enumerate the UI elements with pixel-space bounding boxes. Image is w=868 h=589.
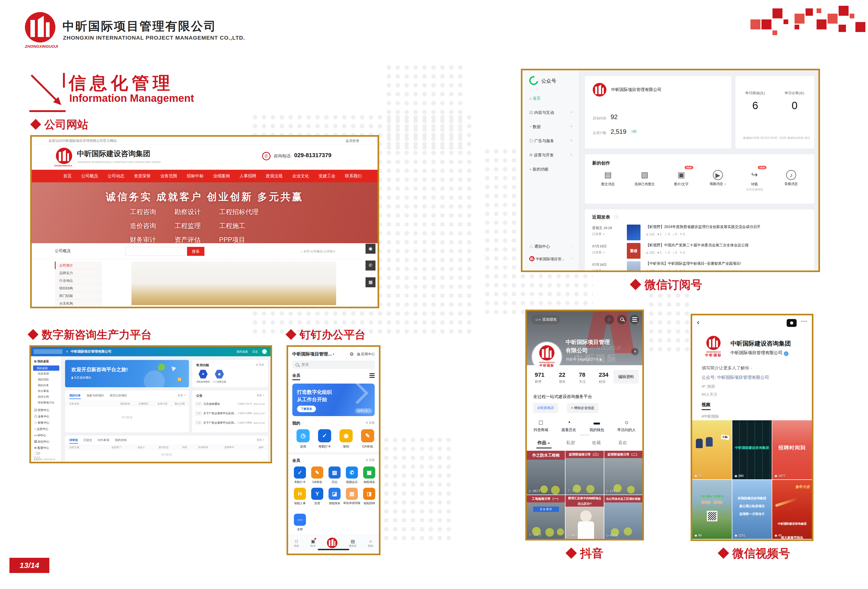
notice-row[interactable]: 已读 元旦放假通知 行政部 吕仕华 2020-12-25 bbox=[195, 402, 265, 406]
side-menu-item[interactable]: 部门职能 bbox=[55, 292, 102, 300]
tab-private[interactable]: 私密 bbox=[566, 440, 575, 446]
sidebar-group[interactable]: ◔ 运营中心 bbox=[31, 426, 61, 432]
sidebar-item-active[interactable]: 我的桌面 bbox=[33, 366, 59, 371]
video-cell[interactable]: 作之防水工程检 ▷ 2677 bbox=[527, 451, 565, 495]
mp-menu-item[interactable]: ◔ 数据∨ bbox=[529, 124, 573, 129]
platform-search-input[interactable] bbox=[34, 349, 62, 354]
create-item[interactable]: new ▣ 图片/文字 bbox=[666, 170, 697, 192]
video-cell[interactable]: 招聘时间到 ◉ 1677 bbox=[772, 420, 812, 479]
sidebar-group[interactable]: ▤ 经营中心 bbox=[31, 407, 61, 413]
video-cell[interactable]: 兔年大吉 中昕国际建设咨询集团 祝大家春节快乐 ◉ 45 bbox=[772, 480, 812, 539]
contact-phone-button[interactable]: ✆ 联系电话 bbox=[533, 403, 558, 413]
nav-item[interactable]: 公司动态 bbox=[108, 173, 124, 179]
channel-avatar[interactable]: ZHONGXINGUOJI 中昕国际 bbox=[701, 336, 726, 357]
dingtalk-search-input[interactable]: 搜索 bbox=[292, 360, 375, 369]
sidebar-group[interactable]: ⚙ 配置中心 bbox=[31, 445, 61, 451]
nav-item[interactable]: 业务范围 bbox=[160, 173, 177, 179]
sidebar-item[interactable]: 待办事项 bbox=[31, 388, 61, 394]
app-all[interactable]: ⋯ 全部 bbox=[291, 514, 309, 531]
topbar-log-link[interactable]: 日志 bbox=[252, 350, 258, 354]
video-cell[interactable]: 监理部巡检日常（二） ▷ 1767 bbox=[604, 451, 642, 495]
bell-icon[interactable]: ◉ bbox=[366, 244, 375, 254]
side-menu-item[interactable]: 品牌实力 bbox=[55, 269, 102, 277]
more-link[interactable]: 更多 > bbox=[257, 438, 264, 442]
side-menu-item-active[interactable]: 公司简介 bbox=[55, 261, 102, 269]
video-cell[interactable]: 昕国际建设咨询集团 新公寓公租房项目 监理部一月宣传片 ◉ 1151 bbox=[732, 480, 772, 539]
search-button[interactable]: 搜索 bbox=[187, 247, 204, 256]
sidebar-item[interactable]: 审批事项讨论 bbox=[31, 400, 61, 405]
sidebar-group[interactable]: ▭ BI中心 bbox=[31, 432, 61, 438]
hashtag[interactable]: #中昕国际 bbox=[702, 414, 719, 419]
sidebar-group[interactable]: ▦ 知识中心 bbox=[31, 438, 61, 445]
post-row[interactable]: 07月19日 已发表 ∨ 重磅 【昕视野】中国共产党第二十届中央委员会第三次全体… bbox=[585, 242, 814, 260]
app-yida[interactable]: Y宜搭 bbox=[309, 488, 326, 505]
app-attendance[interactable]: ✓考勤打卡 bbox=[291, 466, 309, 484]
edit-profile-button[interactable]: 编辑资料 bbox=[614, 370, 639, 384]
tab-my-tasks[interactable]: 我的任务 bbox=[69, 394, 81, 399]
nav-workbench[interactable] bbox=[327, 537, 337, 549]
drag-handle[interactable] bbox=[580, 434, 589, 435]
stat-friends[interactable]: 22朋友 bbox=[559, 372, 566, 384]
sidebar-item[interactable]: 消息管理 bbox=[31, 371, 61, 376]
more-link[interactable]: 更多 > bbox=[257, 394, 264, 397]
mp-menu-new[interactable]: + 新的功能 bbox=[529, 167, 548, 172]
settings-link[interactable]: ⚙ 设置 bbox=[366, 458, 375, 462]
create-item[interactable]: ▧ 选择已有图文 bbox=[629, 170, 660, 192]
nav-item[interactable]: 资质荣誉 bbox=[134, 173, 151, 179]
wallet-shortcut[interactable]: ▬我的钱包 bbox=[589, 419, 604, 433]
notify-center[interactable]: △ 通知中心› bbox=[529, 244, 573, 249]
tab-pending[interactable]: 待审批 bbox=[69, 438, 78, 444]
more-link[interactable]: 更多 > bbox=[178, 394, 185, 397]
nav-item[interactable]: 人事招聘 bbox=[239, 173, 256, 179]
back-icon[interactable]: ‹ bbox=[697, 318, 699, 326]
app-center-icon[interactable]: ⊞ bbox=[357, 352, 360, 357]
tab-likes[interactable]: 喜欢 bbox=[618, 440, 627, 446]
video-cell[interactable]: 费用汇总表中的纳税地点怎么区分? ▷ 847 bbox=[565, 495, 604, 539]
app-attendance[interactable]: ✓考勤打卡 bbox=[314, 429, 335, 449]
side-menu-item[interactable]: 组织结构 bbox=[55, 284, 102, 292]
mp-menu-item[interactable]: ▤ 内容与互动∨ bbox=[529, 110, 573, 115]
shop-shortcut[interactable]: □抖音商城 bbox=[533, 419, 548, 433]
sidebar-group-desktop[interactable]: ⊞ 我的桌面 bbox=[31, 356, 61, 363]
app-meeting[interactable]: ✆视频会议 bbox=[343, 466, 360, 484]
video-cell[interactable]: 中昕国际建设咨询集团 ◉ 390 bbox=[732, 420, 772, 479]
notice-row[interactable]: 已读 关于广联达展果平台应用的通知 行政部 刘秀梅 2020-12-04 bbox=[195, 421, 265, 425]
app-center-label[interactable]: 应用中心 bbox=[361, 352, 375, 357]
quick-settings[interactable]: ⚙ 设置 bbox=[256, 363, 264, 367]
video-cell[interactable]: 出警! ◉ 19 bbox=[692, 420, 732, 479]
post-row[interactable]: 07月18日 已发表 ∨ 【中昕资讯】中昕国际监理中标项目--安康智算产业园项目… bbox=[585, 261, 814, 270]
camera-icon[interactable] bbox=[787, 319, 797, 327]
app-recruit[interactable]: ◨智能招聘 bbox=[360, 488, 378, 505]
dingtalk-banner[interactable]: 打造数字化组织 从工作台开始 了解更多 管理公告 > bbox=[292, 384, 375, 416]
settings-link[interactable]: ⚙ 设置 bbox=[366, 421, 375, 425]
tab-submitted[interactable]: 已提交 bbox=[83, 438, 92, 442]
nav-item[interactable]: 党建工会 bbox=[319, 173, 335, 179]
create-item[interactable]: new ↪ 转载 支持快捷转载 bbox=[739, 170, 770, 192]
douyin-avatar[interactable]: ZHONGXINGUOJI 中昕国际 bbox=[532, 342, 561, 372]
stat-followers[interactable]: 234粉丝 bbox=[599, 372, 608, 384]
sidebar-item[interactable]: 我的流程 bbox=[31, 376, 61, 382]
banner-link[interactable]: ▮ 元旦放假通知 bbox=[71, 376, 91, 379]
nav-me[interactable]: ○我的 bbox=[368, 539, 373, 548]
nav-messages[interactable]: □消息 bbox=[294, 539, 299, 548]
video-cell[interactable]: 中昕国际为您提供 更优质，更高效 ◉ 98 bbox=[692, 480, 732, 539]
learn-more-button[interactable]: 了解更多 bbox=[297, 406, 316, 412]
add-friends-button[interactable]: ☺+添加朋友 bbox=[531, 315, 561, 324]
dingtalk-org-name[interactable]: 中昕国际项目管理... bbox=[292, 351, 332, 357]
mp-menu-home[interactable]: ⌂ 首页 bbox=[529, 96, 540, 101]
account-switcher[interactable]: 中昕国际项目管...› bbox=[529, 256, 573, 261]
app-report[interactable]: ◪智能报表 bbox=[326, 488, 343, 505]
bio-prompt[interactable]: 填写简介让更多人了解你 › bbox=[702, 365, 752, 371]
tab-todo[interactable]: 待办事项 bbox=[97, 438, 109, 442]
gear-icon[interactable]: ⚙ bbox=[350, 351, 354, 357]
biz-monitor-icon[interactable]: ✦ bbox=[198, 369, 208, 379]
nav-contacts[interactable]: ▤通讯录 bbox=[349, 539, 357, 548]
mp-account-link[interactable]: 公众号: 中昕国际项目管理有限公司 bbox=[702, 375, 769, 381]
nav-home[interactable]: 首页 bbox=[63, 173, 72, 179]
tab-followed[interactable]: 我关注的项目 bbox=[110, 394, 127, 397]
tab-favorites[interactable]: 收藏 bbox=[592, 440, 601, 446]
menu-icon[interactable] bbox=[369, 375, 375, 376]
perm-setting-icon[interactable]: ☻ bbox=[215, 369, 224, 379]
video-cell[interactable]: 当公司技术总工区项目巡检 ▷ 4959 bbox=[604, 495, 642, 539]
add-company-info-button[interactable]: + 增加企业信息 bbox=[567, 403, 598, 413]
